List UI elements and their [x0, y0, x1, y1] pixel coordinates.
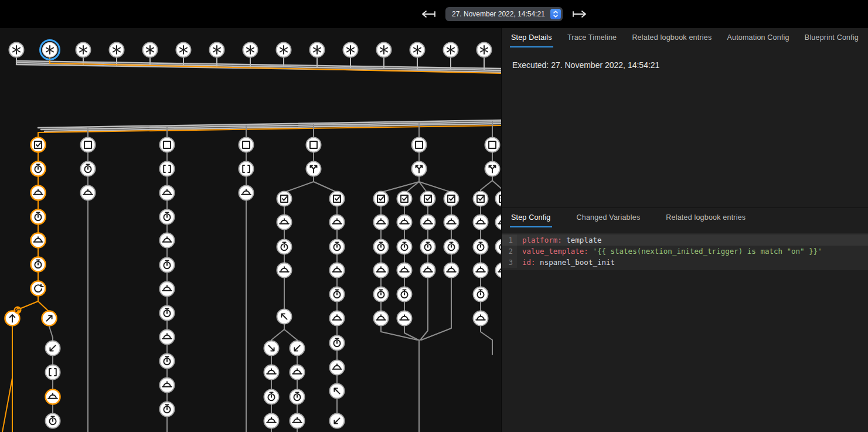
graph-node-square[interactable] [160, 138, 175, 152]
graph-node-timer[interactable] [160, 210, 175, 224]
graph-node-timer[interactable] [160, 258, 175, 273]
graph-node-asterisk[interactable] [243, 43, 258, 57]
graph-node-dome[interactable] [31, 186, 46, 200]
graph-node-check[interactable] [444, 192, 459, 206]
graph-node-check[interactable] [330, 192, 345, 206]
graph-node-dome[interactable] [264, 414, 279, 428]
graph-node-dome[interactable] [496, 215, 502, 230]
graph-node-dome[interactable] [46, 390, 60, 404]
graph-node-dome[interactable] [474, 311, 488, 326]
graph-node-brackets[interactable] [160, 162, 175, 176]
graph-node-dome[interactable] [277, 263, 292, 278]
graph-node-timer[interactable] [31, 162, 46, 176]
graph-node-timer[interactable] [474, 240, 488, 254]
graph-node-asterisk[interactable] [9, 43, 24, 57]
tab-blueprint-config[interactable]: Blueprint Config [804, 28, 860, 47]
graph-node-timer[interactable] [374, 240, 389, 254]
graph-node-dome[interactable] [330, 215, 345, 230]
graph-node-timer[interactable] [277, 240, 292, 254]
graph-node-square[interactable] [81, 138, 96, 152]
tab-related-logbook-entries[interactable]: Related logbook entries [631, 28, 713, 47]
graph-node-timer[interactable] [421, 240, 435, 254]
graph-node-dome[interactable] [264, 365, 279, 380]
graph-node-dome[interactable] [290, 365, 305, 380]
graph-node-dome[interactable] [330, 360, 345, 375]
graph-node-check[interactable] [397, 192, 412, 206]
graph-node-dome[interactable] [397, 311, 412, 326]
graph-node-timer[interactable] [160, 402, 175, 417]
automation-trace-graph[interactable]: 9+ [0, 0, 501, 432]
graph-node-asterisk[interactable] [343, 43, 358, 57]
graph-node-dome[interactable] [374, 215, 389, 230]
graph-node-timer[interactable] [496, 240, 502, 254]
graph-node-dome[interactable] [31, 233, 46, 248]
graph-node-square[interactable] [412, 138, 427, 152]
graph-node-timer[interactable] [397, 240, 412, 254]
graph-node-dome[interactable] [290, 414, 305, 428]
graph-node-arrow-dr[interactable] [264, 341, 279, 356]
graph-node-dome[interactable] [474, 263, 488, 278]
graph-node-arrow-dl[interactable] [290, 341, 305, 356]
graph-node-timer[interactable] [160, 354, 175, 369]
graph-node-brackets[interactable] [46, 365, 60, 380]
selector-stepper-icon[interactable] [550, 9, 561, 19]
graph-node-timer[interactable] [160, 306, 175, 321]
graph-node-dome[interactable] [421, 263, 435, 278]
graph-node-dome[interactable] [160, 330, 175, 345]
previous-trace-button[interactable] [420, 9, 437, 19]
graph-node-dome[interactable] [444, 215, 459, 230]
graph-node-asterisk[interactable] [76, 43, 91, 57]
graph-node-asterisk[interactable] [277, 43, 291, 57]
graph-node-timer[interactable] [31, 257, 46, 272]
graph-node-square[interactable] [485, 138, 500, 152]
graph-node-timer[interactable] [330, 240, 345, 254]
graph-node-dome[interactable] [474, 215, 488, 230]
graph-node-square[interactable] [239, 138, 254, 152]
graph-node-arrow-up[interactable]: 9+ [5, 307, 22, 326]
graph-node-timer[interactable] [290, 390, 305, 404]
graph-node-dome[interactable] [330, 263, 345, 278]
graph-node-repeat[interactable] [31, 281, 46, 296]
graph-node-arrow-ne[interactable] [42, 311, 57, 326]
graph-node-timer[interactable] [444, 240, 459, 254]
graph-node-timer[interactable] [31, 210, 46, 224]
graph-node-timer[interactable] [46, 414, 60, 428]
graph-node-arrow-nw[interactable] [330, 384, 345, 399]
next-trace-button[interactable] [571, 9, 588, 19]
graph-node-dome[interactable] [444, 263, 459, 278]
graph-node-check[interactable] [31, 138, 46, 152]
graph-node-asterisk[interactable] [410, 43, 425, 57]
tab-changed-variables[interactable]: Changed Variables [576, 208, 642, 227]
graph-node-check[interactable] [496, 192, 502, 206]
graph-node-check[interactable] [277, 192, 292, 206]
graph-node-check[interactable] [421, 192, 435, 206]
graph-node-dome[interactable] [421, 215, 435, 230]
graph-node-timer[interactable] [264, 390, 279, 404]
graph-node-dome[interactable] [81, 186, 96, 200]
graph-node-asterisk[interactable] [143, 43, 158, 57]
tab-step-details[interactable]: Step Details [510, 28, 553, 47]
graph-node-asterisk[interactable] [377, 43, 392, 57]
graph-node-check[interactable] [374, 192, 389, 206]
graph-node-split[interactable] [307, 162, 321, 176]
graph-node-dome[interactable] [330, 311, 345, 326]
graph-node-split[interactable] [412, 162, 427, 176]
graph-node-split[interactable] [485, 162, 500, 176]
graph-node-dome[interactable] [397, 215, 412, 230]
tab-step-config[interactable]: Step Config [510, 208, 552, 227]
graph-node-dome[interactable] [160, 233, 175, 248]
graph-node-dome[interactable] [374, 263, 389, 278]
graph-node-arrow-dl[interactable] [46, 341, 60, 356]
graph-node-asterisk[interactable] [40, 40, 60, 60]
graph-node-asterisk[interactable] [110, 43, 124, 57]
trace-run-selector[interactable]: 27. November 2022, 14:54:21 [445, 7, 563, 21]
graph-node-brackets[interactable] [239, 162, 254, 176]
tab-trace-timeline[interactable]: Trace Timeline [566, 28, 618, 47]
graph-node-asterisk[interactable] [477, 43, 492, 57]
graph-node-dome[interactable] [160, 186, 175, 200]
graph-node-dome[interactable] [160, 378, 175, 393]
graph-node-square[interactable] [307, 138, 321, 152]
graph-node-arrow-dl[interactable] [330, 414, 345, 428]
graph-node-arrow-nw[interactable] [277, 309, 292, 324]
graph-node-timer[interactable] [374, 287, 389, 302]
